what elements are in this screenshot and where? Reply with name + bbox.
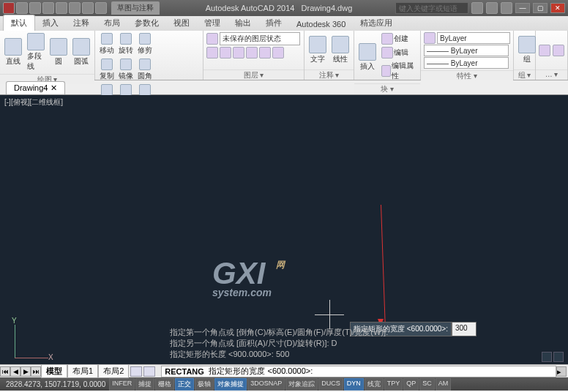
text-button[interactable]: 文字 [307,35,328,65]
move-button[interactable]: 移动 [98,32,116,56]
command-line-input[interactable]: RECTANG 指定矩形的宽度 <600.0000>: [161,366,556,377]
status-toggle-sc[interactable]: SC [419,378,435,391]
status-toggle-tpy[interactable]: TPY [384,378,403,391]
group-button[interactable]: 组 [517,35,537,65]
ribbon-tab-layout[interactable]: 布局 [97,15,127,31]
layer-lock-icon[interactable] [233,47,244,59]
status-toggle-infer[interactable]: INFER [109,378,135,391]
circle-button[interactable]: 圆 [48,37,69,67]
color-combo[interactable]: ByLayer [437,32,510,44]
arc-button[interactable]: 圆弧 [71,37,91,67]
panel-group-title[interactable]: 组 ▾ [514,69,535,80]
ribbon-tab-manage[interactable]: 管理 [197,15,228,31]
paste-icon[interactable] [553,45,564,56]
fillet-button[interactable]: 圆角 [136,58,154,82]
linetype-combo[interactable]: ——— ByLayer [424,57,509,69]
help-search-input[interactable] [395,2,468,14]
layout1-tab[interactable]: 布局1 [67,364,98,378]
ribbon-tab-default[interactable]: 默认 [3,15,35,31]
exchange-icon[interactable] [486,2,498,14]
tab-last-button[interactable]: ⏭ [31,366,41,377]
panel-props-title[interactable]: 特性 ▾ [421,70,513,80]
ribbon-tab-view[interactable]: 视图 [166,15,197,31]
dim-linear-button[interactable]: 线性 [330,35,351,65]
polyline-button[interactable]: 多段线 [26,32,46,72]
qat-open-icon[interactable] [29,2,41,14]
layer-state-combo[interactable]: 未保存的图层状态 [220,32,300,45]
qat-undo-icon[interactable] [82,2,94,14]
status-toggle-栅格[interactable]: 栅格 [155,378,174,391]
panel-util-title[interactable]: … ▾ [536,69,567,80]
workspace-tab[interactable]: 草图与注释 [111,1,160,15]
status-toggle-对象追踪[interactable]: 对象追踪 [285,378,318,391]
minimize-button[interactable]: — [515,3,530,13]
tooltip-input[interactable]: 300 [452,322,477,336]
signin-icon[interactable] [471,2,483,14]
ribbon-tab-featured[interactable]: 精选应用 [353,15,400,31]
ribbon-tab-output[interactable]: 输出 [228,15,258,31]
status-toggle-正交[interactable]: 正交 [175,378,194,391]
layer-props-icon[interactable] [206,33,218,45]
vp-nav-icon[interactable] [542,352,552,362]
copy-button[interactable]: 复制 [98,58,116,82]
app-menu-icon[interactable] [3,2,15,14]
tab-first-button[interactable]: ⏮ [0,366,10,377]
ribbon-tab-a360[interactable]: Autodesk 360 [289,18,353,31]
viewport-label[interactable]: [-][俯视][二维线框] [4,97,63,108]
qat-save-icon[interactable] [42,2,54,14]
tab-next-button[interactable]: ▶ [20,366,31,377]
mirror-button[interactable]: 镜像 [117,58,135,82]
status-toggle-3dosnap[interactable]: 3DOSNAP [247,378,285,391]
drawing-tab[interactable]: Drawing4 ✕ [6,81,65,94]
ribbon-tab-annotate[interactable]: 注释 [66,15,97,31]
panel-anno-title[interactable]: 注释 ▾ [304,69,354,80]
status-toggle-对象捕捉[interactable]: 对象捕捉 [214,378,247,391]
help-icon[interactable] [501,2,512,14]
measure-icon[interactable] [539,45,550,56]
panel-layer-title[interactable]: 图层 ▾ [203,69,304,80]
create-block-button[interactable]: 创建 [380,32,417,45]
cmd-prompt: 指定矩形的宽度 <600.0000>: [209,366,313,377]
group-icon [518,36,536,53]
close-button[interactable]: ✕ [550,3,565,13]
qat-saveas-icon[interactable] [56,2,67,14]
status-toggle-捕捉[interactable]: 捕捉 [135,378,154,391]
rotate-button[interactable]: 旋转 [117,32,135,56]
tab-prev-button[interactable]: ◀ [10,366,20,377]
layer-iso-icon[interactable] [259,47,271,59]
lineweight-combo[interactable]: ——— ByLayer [424,45,509,56]
edit-attr-button[interactable]: 编辑属性 [380,60,417,82]
panel-block-title[interactable]: 块 ▾ [354,83,420,94]
watermark: GXI网 system.com [212,256,272,298]
line-button[interactable]: 直线 [3,37,23,67]
status-toggle-dyn[interactable]: DYN [344,378,364,391]
status-toggle-ducs[interactable]: DUCS [318,378,343,391]
model-tab[interactable]: 模型 [41,364,67,378]
layer-on-icon[interactable] [206,47,218,59]
trim-button[interactable]: 修剪 [136,32,154,56]
scroll-right-button[interactable]: ▸ [556,366,567,377]
status-toggle-qp[interactable]: QP [403,378,419,391]
qat-plot-icon[interactable] [69,2,81,14]
status-toggle-线宽[interactable]: 线宽 [365,378,384,391]
maximize-button[interactable]: ▢ [533,3,548,13]
ribbon-tab-parametric[interactable]: 参数化 [127,15,166,31]
qat-new-icon[interactable] [16,2,28,14]
qat-redo-icon[interactable] [95,2,107,14]
status-toggle-am[interactable]: AM [436,378,452,391]
cmd-toggle-icon[interactable] [130,366,142,377]
insert-block-button[interactable]: 插入 [357,42,378,72]
coordinates-readout[interactable]: 2828.4273, 1507.1719, 0.0000 [3,380,108,388]
layer-freeze-icon[interactable] [220,47,231,59]
status-toggle-极轴[interactable]: 极轴 [195,378,214,391]
layout2-tab[interactable]: 布局2 [98,364,129,378]
drawing-canvas[interactable]: [-][俯视][二维线框] GXI网 system.com 指定矩形的宽度 <6… [0,95,568,364]
edit-block-button[interactable]: 编辑 [380,46,417,59]
cmd-recent-icon[interactable] [143,366,155,377]
color-swatch-icon[interactable] [424,32,436,44]
vp-cube-icon[interactable] [553,352,564,362]
layer-match-icon[interactable] [272,47,284,59]
ribbon-tab-plugins[interactable]: 插件 [258,15,289,31]
layer-color-icon[interactable] [246,47,258,59]
ribbon-tab-insert[interactable]: 插入 [35,15,66,31]
